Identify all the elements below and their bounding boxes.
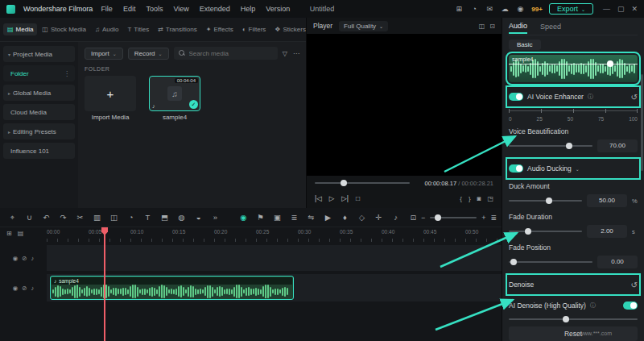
fade-duration-value[interactable]: 2.00 <box>587 225 627 238</box>
sample4-thumb[interactable]: 00:04:04 ♫ ♪ ✓ <box>149 76 200 111</box>
reset-enhancer-icon[interactable]: ↺ <box>631 93 638 102</box>
fade-duration-knob[interactable] <box>525 228 531 235</box>
chevron-down-icon[interactable]: ⌄ <box>576 166 580 172</box>
basic-subtab[interactable]: Basic <box>509 40 541 50</box>
audio-clip-sample4[interactable]: ♪ sample4 <box>50 276 294 300</box>
tab-transitions[interactable]: ⇄ Transitions <box>154 23 201 35</box>
menu-item[interactable]: File <box>101 5 113 13</box>
audio-clip-waveform[interactable]: sample4 <box>509 55 638 82</box>
sidebar-item-cloud-media[interactable]: Cloud Media <box>3 104 75 120</box>
auto-ripple-icon[interactable]: ⇋ <box>303 213 319 222</box>
duck-amount-value[interactable]: 50.00 <box>587 194 627 207</box>
split-icon[interactable]: ✂ <box>72 213 88 222</box>
tab-speed[interactable]: Speed <box>540 19 561 33</box>
track-lock-icon[interactable]: ⊘ <box>22 255 27 262</box>
more-options-icon[interactable]: ⋯ <box>293 50 299 57</box>
redo-icon[interactable]: ↷ <box>56 213 71 222</box>
pip-icon[interactable]: ⬒ <box>157 213 172 222</box>
menu-item[interactable]: Help <box>241 5 256 13</box>
close-button[interactable]: ✕ <box>631 5 638 13</box>
cloud-icon[interactable]: ☁ <box>500 5 510 13</box>
panel-scrollbar[interactable] <box>641 74 643 171</box>
voice-beautification-value[interactable]: 70.00 <box>597 139 638 152</box>
previous-frame-button[interactable]: |◁ <box>315 194 322 202</box>
video-preview[interactable] <box>307 34 502 176</box>
seek-bar[interactable] <box>315 182 410 184</box>
menu-item[interactable]: Edit <box>123 5 136 13</box>
ai-denoise-slider[interactable] <box>509 318 638 320</box>
play-button[interactable]: ▷ <box>329 194 335 202</box>
stop-button[interactable]: □ <box>356 194 360 202</box>
sidebar-item-global-media[interactable]: ▸ Global Media <box>3 85 75 101</box>
track-lock-icon[interactable]: ⊘ <box>22 285 27 292</box>
tab-filters[interactable]: ◐ Filters <box>238 23 270 35</box>
timeline-list-icon[interactable]: ≣ <box>490 214 497 222</box>
ai-denoise-toggle[interactable] <box>623 301 638 310</box>
sidebar-item-influence-101[interactable]: Influence 101 <box>3 143 75 159</box>
select-tool-icon[interactable]: ⌖ <box>5 213 20 222</box>
volume-envelope-knob[interactable] <box>607 60 613 67</box>
mic-icon[interactable]: ♦ <box>337 213 353 222</box>
filter-icon[interactable]: ▽ <box>283 50 287 57</box>
text-tool-icon[interactable]: T <box>140 213 155 222</box>
fade-position-value[interactable]: 0.00 <box>597 256 638 268</box>
speed-icon[interactable]: ◔ <box>123 213 138 222</box>
seek-knob[interactable] <box>341 180 347 186</box>
duck-amount-knob[interactable] <box>546 198 552 204</box>
workspace-icon[interactable]: ⊞ <box>454 5 464 13</box>
crop-icon[interactable]: ◫ <box>106 213 122 222</box>
audio-mixer-icon[interactable]: ≣ <box>287 213 302 222</box>
keyframe-icon[interactable]: ◇ <box>354 213 369 222</box>
track-options-icon[interactable]: ▤ <box>18 230 24 237</box>
mark-out-button[interactable]: } <box>469 195 471 202</box>
sidebar-item-project-media[interactable]: ▾ Project Media <box>3 46 75 62</box>
reset-button[interactable]: Reset <box>509 326 638 341</box>
minimize-button[interactable]: — <box>603 5 610 13</box>
ai-denoise-knob[interactable] <box>563 316 569 322</box>
enhancer-scale-slider[interactable] <box>509 108 638 114</box>
duck-amount-slider[interactable] <box>509 200 582 202</box>
search-input[interactable] <box>189 50 273 57</box>
motion-track-icon[interactable]: ✛ <box>371 213 386 222</box>
tab-effects[interactable]: ✦ Effects <box>202 23 237 35</box>
record-voiceover-icon[interactable]: ◉ <box>236 213 251 222</box>
tab-media[interactable]: ▤ Media <box>3 23 37 35</box>
reset-denoise-icon[interactable]: ↺ <box>631 281 638 289</box>
tab-titles[interactable]: T Titles <box>123 23 153 35</box>
avatar-icon[interactable]: ◉ <box>515 5 525 13</box>
fade-position-knob[interactable] <box>510 259 517 265</box>
expand-panel-icon[interactable]: ⊡ <box>489 23 495 30</box>
volume-envelope-line[interactable] <box>509 64 638 64</box>
fade-position-slider[interactable] <box>509 261 592 263</box>
track-hide-icon[interactable]: ◉ <box>13 255 19 262</box>
playhead[interactable] <box>104 227 105 341</box>
marker-icon[interactable]: ⚑ <box>253 213 268 222</box>
maximize-button[interactable]: ▢ <box>617 5 625 13</box>
sidebar-item-folder[interactable]: Folder ⋮ <box>3 65 75 81</box>
points-badge[interactable]: 99+ <box>531 6 543 13</box>
fade-duration-slider[interactable] <box>509 231 582 232</box>
search-box[interactable] <box>174 47 278 60</box>
zoom-knob[interactable] <box>435 214 441 221</box>
zoom-slider[interactable] <box>430 217 477 218</box>
tab-audio[interactable]: ♫ Audio <box>91 23 122 35</box>
sidebar-item-editing-presets[interactable]: ▸ Editing Presets <box>3 123 75 139</box>
mark-in-button[interactable]: { <box>460 195 462 202</box>
add-track-icon[interactable]: ⊞ <box>6 230 12 237</box>
mask-icon[interactable]: ◍ <box>174 213 189 222</box>
sample4-tile[interactable]: 00:04:04 ♫ ♪ ✓ sample4 <box>149 76 200 121</box>
menu-item[interactable]: Tools <box>146 5 163 13</box>
chroma-key-icon[interactable]: ◒ <box>191 213 206 222</box>
video-track[interactable] <box>47 245 502 271</box>
import-media-tile[interactable]: + Import Media <box>85 76 136 121</box>
menu-item[interactable]: Extended <box>200 5 230 13</box>
import-button[interactable]: Import ⌄ <box>85 48 123 60</box>
menu-item[interactable]: Version <box>266 5 290 13</box>
magnet-snap-icon[interactable]: ∪ <box>22 213 37 222</box>
audio-ducking-toggle[interactable] <box>509 164 523 173</box>
quality-dropdown[interactable]: Full Quality ⌄ <box>339 21 388 31</box>
voice-beautification-knob[interactable] <box>566 143 572 149</box>
fullscreen-button[interactable]: ◳ <box>487 195 493 202</box>
timeline-ruler[interactable]: 00:0000:0500:1000:1500:2000:2500:3000:35… <box>0 227 502 242</box>
ai-voice-enhancer-toggle[interactable] <box>509 93 523 101</box>
